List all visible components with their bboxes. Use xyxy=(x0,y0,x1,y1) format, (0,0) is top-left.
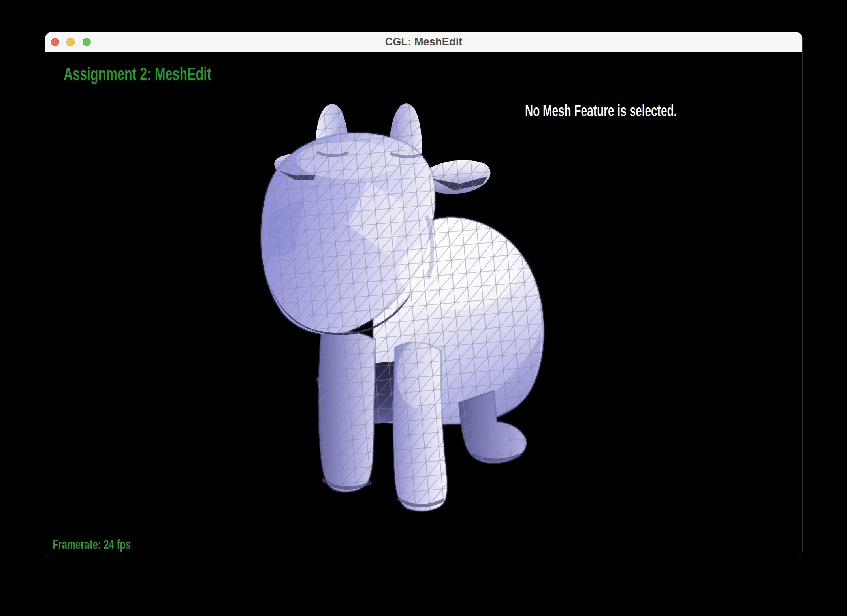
framerate-label: Framerate: 24 fps xyxy=(53,537,131,552)
close-button[interactable] xyxy=(51,38,59,46)
zoom-button[interactable] xyxy=(83,38,91,46)
mesh-viewport[interactable]: Assignment 2: MeshEdit No Mesh Feature i… xyxy=(45,52,802,557)
status-message: No Mesh Feature is selected. xyxy=(525,102,677,120)
window-title: CGL: MeshEdit xyxy=(385,36,462,48)
app-window: CGL: MeshEdit xyxy=(45,32,803,557)
cow-mesh-render xyxy=(45,52,802,557)
minimize-button[interactable] xyxy=(66,38,75,46)
assignment-label: Assignment 2: MeshEdit xyxy=(64,63,211,85)
window-titlebar[interactable]: CGL: MeshEdit xyxy=(45,32,802,52)
